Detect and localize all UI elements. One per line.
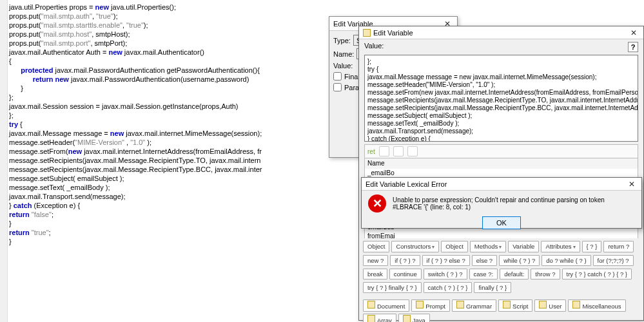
dialog-title: Edit Variable <box>373 29 413 37</box>
expression-chip[interactable]: Object <box>441 241 467 252</box>
expression-chip[interactable]: Constructors▾ <box>391 241 439 252</box>
expression-chip[interactable]: try { ? } finally { ? } <box>363 282 422 293</box>
expression-chip[interactable]: while ( ? ) ? <box>499 255 540 266</box>
value-textarea[interactable]: }; try { javax.mail.Message message = ne… <box>364 55 638 142</box>
code-editor[interactable]: java.util.Properties props = new java.ut… <box>0 0 329 322</box>
name-label: Name: <box>333 50 354 58</box>
expression-chip[interactable]: switch ( ? ) ? <box>424 269 467 279</box>
expression-chip[interactable]: { ? } <box>582 241 602 252</box>
tool-button[interactable] <box>407 146 418 156</box>
expression-chip[interactable]: else ? <box>472 255 497 266</box>
expression-chip[interactable]: try { ? } catch ( ? ) { ? } <box>562 269 632 279</box>
expression-chip[interactable]: continue <box>389 269 422 279</box>
category-icon <box>539 301 547 308</box>
close-icon[interactable]: ✕ <box>626 179 638 189</box>
help-icon[interactable]: ? <box>628 42 638 52</box>
category-icon <box>416 301 424 308</box>
tool-button[interactable] <box>379 146 389 156</box>
expression-chip[interactable]: for (?;?;?) ? <box>593 255 634 266</box>
category-icon <box>572 301 580 308</box>
para-checkbox[interactable] <box>333 83 342 91</box>
error-message: Unable to parse expression; Couldn't rep… <box>393 196 635 211</box>
expression-chip[interactable]: Document <box>363 299 409 312</box>
expression-chip[interactable]: if ( ? ) ? else ? <box>422 255 470 266</box>
error-dialog: Edit Variable Lexical Error ✕ ✕ Unable t… <box>361 177 642 229</box>
expression-chip[interactable]: User <box>534 299 566 312</box>
expression-chip[interactable]: Script <box>498 299 532 312</box>
close-icon[interactable]: ✕ <box>628 28 639 38</box>
type-label: Type: <box>333 37 351 44</box>
expression-builder-panel: ObjectConstructors▾ObjectMethods▾Variabl… <box>358 238 644 321</box>
expression-chip[interactable]: if ( ? ) ? <box>390 255 420 266</box>
error-icon: ✕ <box>368 194 386 213</box>
expression-chip[interactable]: return ? <box>603 241 634 252</box>
expression-chip[interactable]: new ? <box>363 255 388 266</box>
category-icon <box>367 301 375 308</box>
para-label: Para <box>344 84 359 91</box>
expression-chip[interactable]: finally { ? } <box>474 282 511 293</box>
final-checkbox[interactable] <box>333 72 342 80</box>
value-label: Value: <box>333 62 353 70</box>
expression-chip[interactable]: Prompt <box>411 299 450 312</box>
expression-chip[interactable]: default: <box>500 269 529 279</box>
tool-button[interactable] <box>393 146 404 156</box>
category-icon <box>456 301 464 308</box>
toolbar: ret <box>364 144 638 158</box>
category-icon <box>367 315 375 322</box>
expression-chip[interactable]: Attributes▾ <box>541 241 580 252</box>
expression-chip[interactable]: Variable <box>508 241 539 252</box>
expression-chip[interactable]: do ? while ( ? ) <box>542 255 590 266</box>
expression-chip[interactable]: case ?: <box>469 269 498 279</box>
expression-chip[interactable]: break <box>363 269 387 279</box>
expression-chip[interactable]: Java <box>398 314 430 322</box>
expression-chip[interactable]: catch ( ? ) { ? } <box>424 282 473 293</box>
list-item[interactable]: _emailBo <box>365 169 638 178</box>
ok-button[interactable]: OK <box>482 216 521 229</box>
expression-chip[interactable]: Array <box>363 314 396 322</box>
expression-chip[interactable]: Methods▾ <box>470 241 506 252</box>
name-column-header[interactable]: Name <box>364 158 638 169</box>
value-label: Value: <box>364 42 384 52</box>
final-label: Final <box>344 73 360 80</box>
category-icon <box>403 315 411 322</box>
expression-chip[interactable]: throw ? <box>531 269 560 279</box>
expression-chip[interactable]: Grammar <box>452 299 496 312</box>
error-title: Edit Variable Lexical Error <box>366 180 447 188</box>
expression-chip[interactable]: Miscellaneous <box>568 299 625 312</box>
category-icon <box>503 301 511 308</box>
app-icon <box>363 29 371 37</box>
expression-chip[interactable]: Object <box>363 241 389 252</box>
